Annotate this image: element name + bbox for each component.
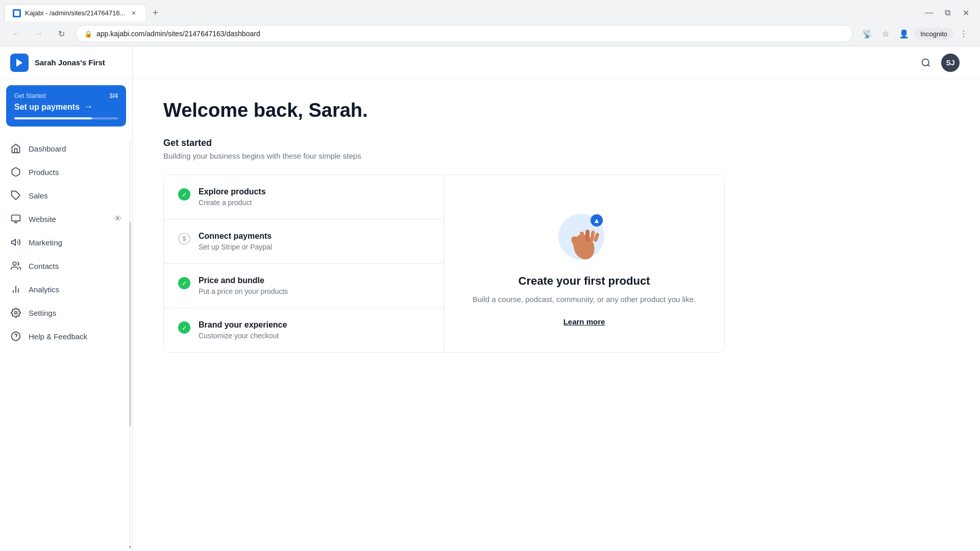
megaphone-icon <box>10 237 21 248</box>
help-label: Help & Feedback <box>29 332 122 341</box>
section-subtitle: Building your business begins with these… <box>163 152 949 160</box>
restore-button[interactable]: ⧉ <box>939 5 955 21</box>
welcome-title: Welcome back, Sarah. <box>163 99 949 121</box>
toolbar-icons: 📡 ☆ 👤 Incognito ⋮ <box>859 26 972 42</box>
home-icon <box>10 143 21 154</box>
step-4-desc: Customize your checkout <box>199 332 429 340</box>
minimize-button[interactable]: — <box>921 5 937 21</box>
dashboard-label: Dashboard <box>29 144 122 153</box>
get-started-title: Set up payments <box>14 103 80 112</box>
search-button[interactable] <box>917 54 935 72</box>
sidebar-item-sales[interactable]: Sales <box>0 184 132 207</box>
lock-icon: 🔒 <box>84 30 92 38</box>
svg-point-11 <box>15 312 17 314</box>
website-label: Website <box>29 215 107 223</box>
tab-title: Kajabi - /admin/sites/214764716... <box>25 9 126 17</box>
hand-illustration: ▲ <box>553 201 615 262</box>
create-product-desc: Build a course, podcast, community, or a… <box>473 294 696 306</box>
sidebar-header: Sarah Jonas's First <box>0 46 132 79</box>
tab-favicon <box>13 9 21 17</box>
cast-icon[interactable]: 📡 <box>859 26 875 42</box>
svg-rect-0 <box>14 11 19 16</box>
new-tab-button[interactable]: + <box>149 6 163 20</box>
step-1-check: ✓ <box>178 188 190 201</box>
forward-button[interactable]: → <box>31 26 47 42</box>
step-4-content: Brand your experience Customize your che… <box>199 320 429 340</box>
steps-grid: ✓ Explore products Create a product $ <box>163 174 725 353</box>
nav-items: Dashboard Products Sales Website 👁 <box>0 133 132 551</box>
svg-marker-1 <box>16 59 22 67</box>
user-avatar[interactable]: SJ <box>941 54 960 72</box>
section-title: Get started <box>163 138 949 148</box>
main-header: SJ <box>133 46 980 79</box>
svg-line-15 <box>928 64 930 66</box>
get-started-card[interactable]: Get Started 3/4 Set up payments → <box>6 85 126 127</box>
sidebar: Sarah Jonas's First Get Started 3/4 Set … <box>0 46 133 551</box>
page-body: Welcome back, Sarah. Get started Buildin… <box>133 79 980 383</box>
sidebar-item-products[interactable]: Products <box>0 160 132 184</box>
step-4-check: ✓ <box>178 321 190 334</box>
bookmark-icon[interactable]: ☆ <box>877 26 894 42</box>
get-started-top: Get Started 3/4 <box>14 92 118 99</box>
browser-chrome: Kajabi - /admin/sites/214764716... ✕ + —… <box>0 0 980 46</box>
active-tab[interactable]: Kajabi - /admin/sites/214764716... ✕ <box>4 4 146 21</box>
marketing-label: Marketing <box>29 238 122 247</box>
analytics-label: Analytics <box>29 285 122 294</box>
sidebar-item-analytics[interactable]: Analytics <box>0 278 132 301</box>
create-product-title: Create your first product <box>519 274 650 288</box>
profile-icon[interactable]: 👤 <box>896 26 912 42</box>
step-brand[interactable]: ✓ Brand your experience Customize your c… <box>164 308 444 352</box>
svg-point-14 <box>922 59 929 65</box>
users-icon <box>10 260 21 271</box>
step-2-content: Connect payments Set up Stripe or Paypal <box>199 232 429 251</box>
incognito-button[interactable]: Incognito <box>914 28 953 40</box>
get-started-count: 3/4 <box>109 92 118 99</box>
eye-icon: 👁 <box>114 214 122 223</box>
svg-text:▲: ▲ <box>594 216 601 224</box>
dollar-icon: $ <box>178 233 190 245</box>
step-connect[interactable]: $ Connect payments Set up Stripe or Payp… <box>164 219 444 264</box>
progress-bar <box>14 117 118 119</box>
sidebar-item-website[interactable]: Website 👁 <box>0 207 132 231</box>
url-bar[interactable]: 🔒 app.kajabi.com/admin/sites/2147647163/… <box>76 25 853 42</box>
check-completed-icon: ✓ <box>178 188 190 201</box>
box-icon <box>10 166 21 178</box>
step-2-desc: Set up Stripe or Paypal <box>199 243 429 251</box>
step-explore[interactable]: ✓ Explore products Create a product <box>164 175 444 219</box>
get-started-arrow-icon: → <box>84 102 93 112</box>
close-window-button[interactable]: ✕ <box>958 5 974 21</box>
get-started-section: Get started Building your business begin… <box>163 138 949 160</box>
get-started-title-row: Set up payments → <box>14 102 118 112</box>
sidebar-item-marketing[interactable]: Marketing <box>0 231 132 254</box>
tag-icon <box>10 190 21 201</box>
step-1-content: Explore products Create a product <box>199 187 429 207</box>
sidebar-item-contacts[interactable]: Contacts <box>0 254 132 278</box>
site-name: Sarah Jonas's First <box>35 58 105 67</box>
settings-icon <box>10 307 21 318</box>
progress-fill <box>14 117 92 119</box>
check-completed-icon-3: ✓ <box>178 277 190 289</box>
settings-label: Settings <box>29 309 122 317</box>
sidebar-item-help[interactable]: Help & Feedback <box>0 324 132 348</box>
sidebar-item-dashboard[interactable]: Dashboard <box>0 137 132 160</box>
tab-close-button[interactable]: ✕ <box>130 9 138 17</box>
step-price[interactable]: ✓ Price and bundle Put a price on your p… <box>164 264 444 308</box>
svg-marker-6 <box>12 239 16 245</box>
address-bar: ← → ↻ 🔒 app.kajabi.com/admin/sites/21476… <box>0 21 980 46</box>
step-2-check: $ <box>178 233 190 245</box>
get-started-label: Get Started <box>14 92 45 99</box>
back-button[interactable]: ← <box>8 26 24 42</box>
menu-button[interactable]: ⋮ <box>955 26 972 42</box>
step-4-title: Brand your experience <box>199 320 429 330</box>
tab-bar: Kajabi - /admin/sites/214764716... ✕ + —… <box>0 0 980 21</box>
svg-rect-3 <box>12 215 20 221</box>
svg-rect-20 <box>585 230 590 242</box>
sidebar-item-settings[interactable]: Settings <box>0 301 132 324</box>
reload-button[interactable]: ↻ <box>53 26 69 42</box>
steps-left: ✓ Explore products Create a product $ <box>164 175 444 352</box>
main-content: SJ Welcome back, Sarah. Get started Buil… <box>133 46 980 551</box>
url-text: app.kajabi.com/admin/sites/2147647163/da… <box>96 30 260 38</box>
steps-right: ▲ Create your first product Build a cour… <box>444 175 724 352</box>
incognito-label: Incognito <box>920 30 947 38</box>
learn-more-link[interactable]: Learn more <box>564 317 605 326</box>
